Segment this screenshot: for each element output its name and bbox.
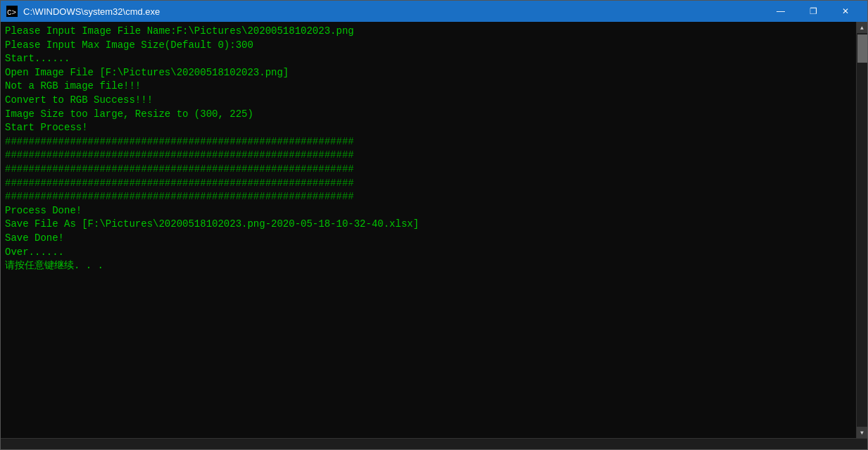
cmd-window: C> C:\WINDOWS\system32\cmd.exe — ❐ ✕ Ple… bbox=[0, 0, 868, 450]
terminal-line: Over...... bbox=[5, 246, 852, 260]
window-controls: — ❐ ✕ bbox=[765, 1, 862, 22]
scroll-thumb[interactable] bbox=[857, 35, 867, 63]
terminal-line: Process Done! bbox=[5, 204, 852, 218]
terminal-line: Image Size too large, Resize to (300, 22… bbox=[5, 108, 852, 122]
terminal-line: ########################################… bbox=[5, 163, 852, 177]
terminal-line: Save Done! bbox=[5, 232, 852, 246]
cmd-icon: C> bbox=[6, 6, 18, 17]
minimize-button[interactable]: — bbox=[765, 1, 797, 22]
title-bar: C> C:\WINDOWS\system32\cmd.exe — ❐ ✕ bbox=[1, 1, 867, 22]
scrollbar[interactable]: ▲ ▼ bbox=[856, 22, 867, 438]
terminal-line: Please Input Image File Name:F:\Pictures… bbox=[5, 25, 852, 39]
terminal-line: ########################################… bbox=[5, 190, 852, 204]
close-button[interactable]: ✕ bbox=[829, 1, 862, 22]
terminal-line: Please Input Max Image Size(Default 0):3… bbox=[5, 39, 852, 53]
window-title: C:\WINDOWS\system32\cmd.exe bbox=[23, 6, 765, 17]
terminal-line: 请按任意键继续. . . bbox=[5, 259, 852, 273]
terminal-output[interactable]: Please Input Image File Name:F:\Pictures… bbox=[1, 22, 856, 438]
terminal-line: Start Process! bbox=[5, 121, 852, 135]
scroll-down-button[interactable]: ▼ bbox=[857, 427, 868, 438]
bottom-bar bbox=[1, 438, 867, 449]
maximize-button[interactable]: ❐ bbox=[797, 1, 829, 22]
scroll-up-button[interactable]: ▲ bbox=[857, 22, 868, 33]
terminal-line: ########################################… bbox=[5, 149, 852, 163]
terminal-line: Convert to RGB Success!!! bbox=[5, 94, 852, 108]
terminal-line: Open Image File [F:\Pictures\20200518102… bbox=[5, 66, 852, 80]
terminal-line: ########################################… bbox=[5, 135, 852, 149]
terminal-line: Save File As [F:\Pictures\20200518102023… bbox=[5, 218, 852, 232]
terminal-line: Not a RGB image file!!! bbox=[5, 80, 852, 94]
content-area: Please Input Image File Name:F:\Pictures… bbox=[1, 22, 867, 438]
terminal-line: Start...... bbox=[5, 52, 852, 66]
svg-text:C>: C> bbox=[7, 8, 16, 17]
scroll-track bbox=[857, 33, 867, 427]
terminal-line: ########################################… bbox=[5, 177, 852, 191]
